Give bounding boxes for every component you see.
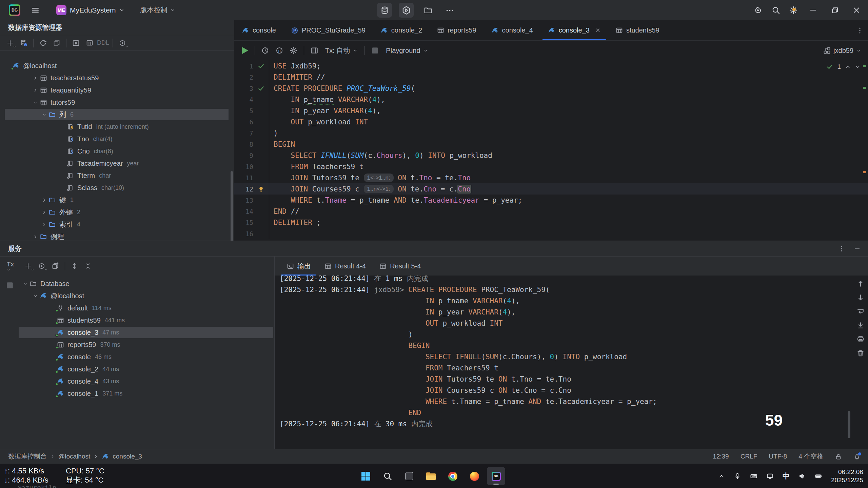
log-line-3[interactable]: IN p_year VARCHAR(4), [280, 307, 868, 318]
code-line-1[interactable]: 1USE Jxdb59; [234, 60, 868, 72]
tray-battery-button[interactable] [815, 472, 822, 480]
code-line-9[interactable]: 9 SELECT IFNULL(SUM(c.Chours), 0) INTO p… [234, 150, 868, 161]
explorer-item-@localhost[interactable]: @localhost [0, 60, 234, 72]
close-button[interactable] [847, 1, 866, 20]
explorer-item-Tutid[interactable]: Tutidint (auto increment) [0, 121, 234, 133]
output-tab-Result 5-4[interactable]: Result 5-4 [373, 257, 428, 276]
code-line-12[interactable]: 12 JOIN Courses59 c 1..n<->1: ON te.Cno … [234, 183, 868, 195]
taskbar-explorer-button[interactable] [422, 467, 440, 485]
line-ending[interactable]: CRLF [741, 453, 757, 460]
refresh-button[interactable] [37, 37, 49, 49]
next-problem-icon[interactable] [855, 64, 861, 70]
indent[interactable]: 4 个空格 [798, 452, 823, 461]
chevron-right-icon[interactable] [40, 198, 48, 203]
tray-chevron-up-button[interactable] [718, 473, 725, 480]
tab-reports59[interactable]: reports59 [430, 20, 484, 40]
log-line-0[interactable]: [2025-12-25 06:21:44] 在 1 ms 内完成 [280, 276, 868, 284]
chevron-right-icon[interactable] [40, 222, 48, 227]
explorer-scrollbar[interactable] [231, 171, 233, 252]
service-item-console_4[interactable]: console_443 ms [0, 375, 274, 387]
code-line-6[interactable]: 6 OUT p_workload INT [234, 116, 868, 127]
code-line-10[interactable]: 10 FROM Teachers59 t [234, 161, 868, 172]
encoding[interactable]: UTF-8 [769, 453, 787, 460]
log-line-7[interactable]: SELECT IFNULL(SUM(c.Chours), 0) INTO p_w… [280, 351, 868, 363]
service-item-default[interactable]: default114 ms [0, 302, 274, 314]
explorer-item-Sclass[interactable]: Sclasschar(10) [0, 182, 234, 194]
log-line-4[interactable]: OUT p_workload INT [280, 318, 868, 329]
ime-indicator[interactable]: 中 [783, 471, 790, 481]
log-line-8[interactable]: FROM Teachers59 t [280, 363, 868, 374]
more-button[interactable] [442, 3, 457, 18]
folder-button[interactable] [420, 3, 435, 18]
ddl-button[interactable]: DDL [97, 37, 109, 49]
service-item-console_2[interactable]: console_244 ms [0, 363, 274, 375]
explorer-item-外键[interactable]: 外键2 [0, 206, 234, 218]
log-line-1[interactable]: [2025-12-25 06:21:44] jxdb59> CREATE PRO… [280, 284, 868, 296]
log-line-2[interactable]: IN p_tname VARCHAR(4), [280, 296, 868, 307]
log-line-10[interactable]: JOIN Courses59 c ON te.Cno = c.Cno [280, 385, 868, 396]
schema-selector[interactable]: jxdb59 [823, 47, 868, 55]
lock-open-icon[interactable] [835, 453, 842, 460]
code-line-4[interactable]: 4 IN p_tname VARCHAR(4), [234, 94, 868, 105]
console-scrollbar[interactable] [848, 411, 850, 438]
breadcrumb-item[interactable]: 数据库控制台 [8, 452, 47, 461]
output-console[interactable]: [2025-12-25 06:21:44] 在 1 ms 内完成[2025-12… [274, 276, 868, 449]
log-line-11[interactable]: WHERE t.Tname = p_tname AND te.Tacademic… [280, 396, 868, 407]
code-line-11[interactable]: 11 JOIN Tutors59 te 1<->1..n: ON t.Tno =… [234, 172, 868, 183]
breadcrumb-item[interactable]: @localhost [58, 453, 90, 460]
chevron-right-icon[interactable] [32, 234, 39, 239]
service-item-reports59[interactable]: reports59370 ms [0, 339, 274, 351]
taskbar-chrome-button[interactable] [443, 467, 462, 485]
collapse-all-button[interactable] [82, 260, 94, 272]
history-button[interactable] [259, 44, 271, 57]
notifications-bell-icon[interactable] [853, 453, 861, 460]
hexagon-play-button[interactable] [399, 3, 414, 18]
preview-button[interactable] [36, 260, 48, 272]
tab-students59[interactable]: students59 [608, 20, 667, 40]
add-button[interactable] [4, 37, 16, 49]
explorer-item-Tacademicyear[interactable]: Tacademicyearyear [0, 157, 234, 169]
prev-problem-icon[interactable] [845, 64, 851, 70]
code-line-14[interactable]: 14END // [234, 206, 868, 217]
duplicate-plus-button[interactable] [49, 260, 61, 272]
explorer-item-例程[interactable]: 例程 [0, 230, 234, 241]
table-button[interactable] [83, 37, 96, 49]
chevron-right-icon[interactable] [32, 76, 39, 81]
minimize-button[interactable] [804, 1, 823, 20]
caret-position[interactable]: 12:39 [713, 453, 729, 460]
service-item-console[interactable]: console46 ms [0, 351, 274, 363]
add-button[interactable] [22, 260, 34, 272]
explorer-item-索引[interactable]: 索引4 [0, 218, 234, 230]
hide-panel-icon[interactable] [851, 243, 863, 255]
sql-editor[interactable]: 1USE Jxdb59;2DELIMITER //3CREATE PROCEDU… [234, 60, 868, 241]
main-menu-button[interactable] [28, 3, 43, 18]
output-tab-Result 4-4[interactable]: Result 4-4 [318, 257, 373, 276]
explorer-item-Tterm[interactable]: Ttermchar [0, 169, 234, 182]
database-button[interactable] [377, 3, 392, 18]
settings-button[interactable] [786, 3, 801, 18]
db-settings-button[interactable] [18, 37, 30, 49]
explorer-item-列[interactable]: 列6 [0, 108, 234, 121]
output-tab-输出[interactable]: 输出 [280, 257, 318, 276]
log-line-9[interactable]: JOIN Tutors59 te ON t.Tno = te.Tno [280, 374, 868, 385]
panel-play-button[interactable] [70, 37, 82, 49]
taskbar-taskview-button[interactable] [400, 467, 418, 485]
tray-keyboard-button[interactable] [750, 472, 757, 480]
preview-button[interactable] [116, 37, 129, 49]
explorer-item-键[interactable]: 键1 [0, 194, 234, 206]
taskbar-datagrip-button[interactable]: DG [487, 467, 505, 485]
explorer-item-teacherstatus59[interactable]: teacherstatus59 [0, 72, 234, 84]
chevron-down-icon[interactable] [40, 112, 48, 117]
tab-console[interactable]: console [234, 20, 283, 40]
tab-console_4[interactable]: console_4 [484, 20, 540, 40]
in-editor-results-button[interactable] [308, 44, 320, 57]
arrow-down-button[interactable] [856, 293, 865, 302]
inspections-widget[interactable]: 1 [826, 63, 861, 70]
service-item-@localhost[interactable]: @localhost [0, 290, 274, 302]
ai-swirl-button[interactable] [751, 3, 766, 18]
breadcrumb-item[interactable]: console_3 [113, 453, 142, 460]
run-button[interactable] [238, 44, 251, 57]
editor-tabs-more-icon[interactable] [852, 20, 868, 40]
stop-button[interactable] [369, 44, 381, 57]
service-item-students59[interactable]: students59441 ms [0, 314, 274, 326]
